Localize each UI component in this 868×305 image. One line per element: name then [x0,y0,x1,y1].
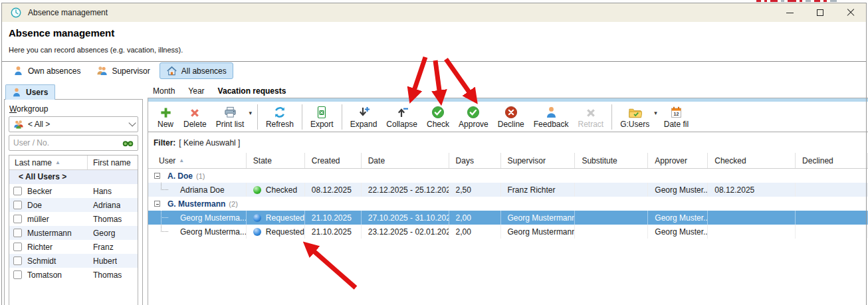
user-row[interactable]: müller Thomas [9,212,138,226]
tab-all-absences[interactable]: All absences [160,62,233,79]
person-icon [13,65,24,76]
close-button[interactable] [835,3,866,22]
feedback-button[interactable]: Feedback [529,104,574,130]
col-declined[interactable]: Declined [796,153,868,168]
user-row[interactable]: Tomatson Thomas [9,268,138,282]
expand-icon [357,106,370,119]
close-icon [847,9,855,17]
user-checkbox[interactable] [13,201,22,209]
filter-label: Filter: [154,138,175,148]
new-button[interactable]: New [152,104,179,130]
approve-button[interactable]: Approve [454,104,493,130]
state-checked-icon [253,186,261,194]
group-row[interactable]: G. Mustermann (2) [148,197,868,211]
binoculars-search-icon[interactable] [122,138,134,148]
maximize-button[interactable] [805,3,835,22]
user-checkbox[interactable] [13,243,22,251]
minimize-button[interactable] [774,3,805,22]
col-approver[interactable]: Approver [648,153,708,168]
user-row[interactable]: Doe Adriana [9,198,138,212]
collapse-icon [395,106,409,119]
user-row[interactable]: Mustermann Georg [9,226,138,240]
svg-text:12: 12 [673,111,679,116]
excel-export-icon [316,106,328,119]
gusers-button[interactable]: G:Users [615,104,654,130]
page-title: Absence management [9,27,114,39]
sort-asc-icon: ▲ [55,159,60,165]
user-checkbox[interactable] [13,229,22,237]
tab-supervisor[interactable]: Supervisor [90,62,156,79]
tree-branch-icon [161,211,169,225]
tab-year[interactable]: Year [188,86,204,96]
page-subtitle: Here you can record absences (e.g. vacat… [9,46,183,54]
gusers-dropdown-caret-icon[interactable]: ▾ [654,110,657,116]
workgroup-select[interactable]: < All > [9,116,138,132]
print-list-button[interactable]: Print list [211,104,249,130]
user-row[interactable]: Schmidt Hubert [9,254,138,268]
user-list: Last name ▲ First name < All Users > Bec… [9,155,138,305]
col-supervisor[interactable]: Supervisor [501,153,576,168]
tab-label: Own absences [28,66,80,76]
feedback-person-icon [545,106,558,119]
user-search-input[interactable] [13,138,122,148]
col-days[interactable]: Days [449,153,501,168]
request-row[interactable]: Adriana Doe Checked 08.12.2025 22.12.202… [148,183,868,197]
sort-asc-icon: ▲ [179,157,184,163]
delete-button[interactable]: Delete [179,104,211,130]
date-filter-calendar-icon: 12 [670,106,683,119]
decline-circle-icon [504,106,518,119]
all-users-row[interactable]: < All Users > [9,170,138,184]
page-header: Absence management Here you can record a… [2,22,866,61]
decline-button[interactable]: Decline [493,104,529,130]
plus-icon [160,106,172,119]
collapse-expander-icon[interactable] [154,173,160,179]
col-first-name[interactable]: First name [88,158,131,167]
collapse-button[interactable]: Collapse [381,104,422,130]
user-checkbox[interactable] [13,270,22,279]
col-substitute[interactable]: Substitute [575,153,648,168]
tab-vacation-requests[interactable]: Vacation requests [218,86,286,96]
printer-icon [223,106,237,119]
user-checkbox[interactable] [13,187,22,195]
collapse-expander-icon[interactable] [154,201,160,207]
user-row[interactable]: Richter Franz [9,240,138,254]
export-button[interactable]: Export [306,104,338,130]
col-state[interactable]: State [247,153,305,168]
date-filter-button[interactable]: 12 Date fil [659,104,693,130]
chevron-down-icon [128,119,136,126]
user-row[interactable]: Becker Hans [9,184,138,198]
check-button[interactable]: Check [422,104,454,130]
request-row[interactable]: Georg Musterma... Requested 21.10.2025 2… [148,225,868,239]
window-title: Absence management [28,8,108,17]
expand-button[interactable]: Expand [346,104,382,130]
toolbar: New Delete Print list ▾ [148,102,868,132]
tab-label: Supervisor [112,66,150,76]
view-tab-strip: Month Year Vacation requests [148,84,286,98]
titlebar[interactable]: Absence management [2,3,866,22]
people-icon [96,65,108,76]
workgroup-label: Workgroup [9,104,138,114]
print-dropdown-caret-icon[interactable]: ▾ [249,110,252,116]
user-checkbox[interactable] [13,256,22,265]
clock-app-icon [10,7,22,19]
request-row-selected[interactable]: Georg Musterma... Requested 21.10.2025 2… [148,211,868,225]
group-row[interactable]: A. Doe (1) [148,169,868,183]
tree-branch-icon [161,225,169,239]
filter-value[interactable]: [ Keine Auswahl ] [179,138,240,148]
col-created[interactable]: Created [305,153,362,168]
main-tab-strip: Own absences Supervisor All absences [2,61,866,80]
toolbar-separator [611,104,612,130]
folder-users-icon [628,106,642,119]
refresh-button[interactable]: Refresh [261,104,298,130]
tab-own-absences[interactable]: Own absences [6,62,87,79]
col-last-name[interactable]: Last name ▲ [9,155,88,169]
col-checked[interactable]: Checked [708,153,796,168]
col-date[interactable]: Date [362,153,449,168]
minimize-icon [786,13,794,13]
tab-users[interactable]: Users [5,84,55,100]
tab-month[interactable]: Month [153,86,175,96]
delete-x-icon [189,107,201,119]
check-circle-icon [431,106,445,119]
user-checkbox[interactable] [13,215,22,223]
col-user[interactable]: User ▲ [152,153,247,168]
